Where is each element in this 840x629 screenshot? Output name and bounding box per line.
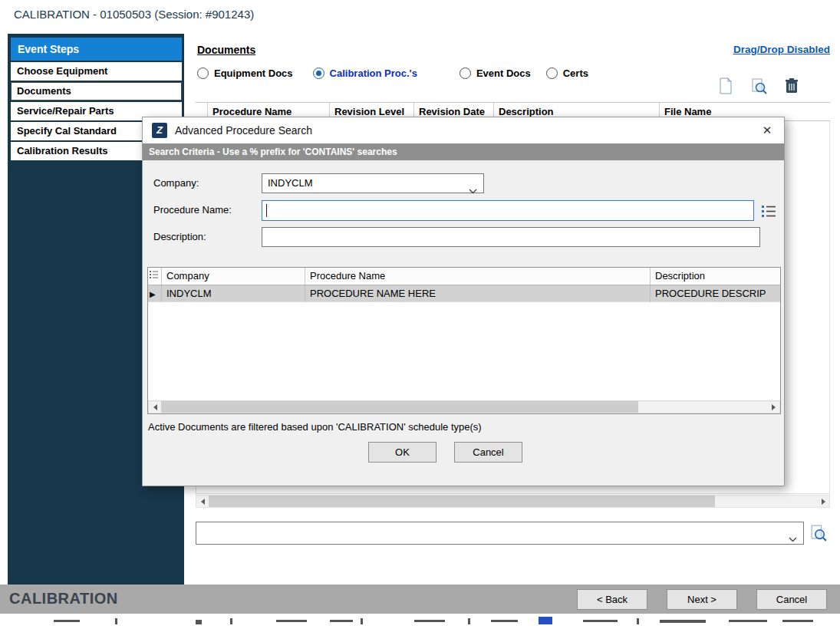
grid-corner-list-icon bbox=[148, 268, 162, 285]
radio-label: Calibration Proc.'s bbox=[330, 68, 417, 79]
radio-event-docs[interactable]: Event Docs bbox=[460, 68, 531, 79]
background-window-fragments bbox=[0, 614, 840, 629]
grid-header-row: Company Procedure Name Description bbox=[148, 268, 780, 285]
radio-icon bbox=[546, 68, 558, 79]
chevron-down-icon[interactable] bbox=[789, 532, 797, 545]
company-label: Company: bbox=[153, 177, 199, 189]
grid-col-description[interactable]: Description bbox=[651, 268, 780, 285]
documents-toolbar bbox=[716, 76, 802, 96]
sidebar-item-choose-equipment[interactable]: Choose Equipment bbox=[11, 62, 182, 81]
description-input[interactable] bbox=[262, 227, 760, 247]
chevron-down-icon bbox=[469, 182, 477, 200]
delete-icon[interactable] bbox=[782, 76, 802, 96]
document-search-combobox[interactable] bbox=[196, 522, 804, 545]
window-title: CALIBRATION - 01050503 (Session: #901243… bbox=[14, 8, 254, 21]
cell-procedure-name: PROCEDURE NAME HERE bbox=[305, 285, 651, 302]
radio-equipment-docs[interactable]: Equipment Docs bbox=[197, 68, 293, 79]
row-selector-arrow-icon: ▶ bbox=[150, 290, 156, 298]
dialog-title: Advanced Procedure Search bbox=[175, 117, 312, 143]
grid-horizontal-scrollbar[interactable] bbox=[148, 400, 780, 413]
footer-title: CALIBRATION bbox=[9, 590, 118, 608]
company-value: INDYCLM bbox=[268, 177, 313, 189]
radio-label: Equipment Docs bbox=[214, 68, 293, 79]
scroll-left-arrow[interactable] bbox=[149, 401, 161, 413]
window-titlebar: CALIBRATION - 01050503 (Session: #901243… bbox=[0, 0, 840, 31]
radio-icon-checked bbox=[313, 68, 324, 79]
procedure-results-grid: Company Procedure Name Description ▶ IND… bbox=[147, 267, 781, 414]
scrollbar-thumb[interactable] bbox=[161, 401, 638, 413]
radio-certs[interactable]: Certs bbox=[546, 68, 588, 79]
grid-empty-area bbox=[148, 302, 780, 400]
cancel-button[interactable]: Cancel bbox=[756, 589, 827, 610]
close-icon[interactable]: ✕ bbox=[750, 117, 784, 143]
list-lookup-icon[interactable] bbox=[759, 201, 779, 221]
sidebar-item-documents[interactable]: Documents bbox=[11, 82, 182, 100]
grid-row-selected[interactable]: ▶ INDYCLM PROCEDURE NAME HERE PROCEDURE … bbox=[148, 285, 780, 302]
scroll-left-arrow[interactable] bbox=[196, 496, 209, 507]
scroll-right-arrow[interactable] bbox=[817, 496, 829, 507]
app-window: CALIBRATION - 01050503 (Session: #901243… bbox=[0, 0, 840, 629]
dialog-cancel-button[interactable]: Cancel bbox=[454, 442, 522, 463]
document-search-button[interactable] bbox=[808, 522, 829, 544]
next-button[interactable]: Next > bbox=[667, 589, 737, 610]
description-label: Description: bbox=[153, 231, 206, 242]
radio-label: Certs bbox=[563, 68, 588, 79]
cell-description: PROCEDURE DESCRIP bbox=[651, 285, 780, 302]
dialog-titlebar[interactable]: Z Advanced Procedure Search ✕ bbox=[143, 117, 784, 143]
grid-col-company[interactable]: Company bbox=[162, 268, 305, 285]
app-logo-icon: Z bbox=[152, 123, 167, 138]
dragdrop-disabled-link[interactable]: Drag/Drop Disabled bbox=[733, 44, 830, 55]
sidebar-header-event-steps: Event Steps bbox=[11, 38, 182, 61]
radio-label: Event Docs bbox=[476, 68, 531, 79]
search-preview-icon[interactable] bbox=[749, 76, 769, 96]
documents-panel-title: Documents bbox=[197, 44, 255, 56]
document-search-input[interactable] bbox=[199, 523, 779, 543]
radio-icon bbox=[197, 68, 209, 79]
grid-col-procedure-name[interactable]: Procedure Name bbox=[305, 268, 651, 285]
text-caret bbox=[266, 204, 267, 217]
document-type-radio-group: Equipment Docs Calibration Proc.'s Event… bbox=[197, 66, 588, 80]
ok-button[interactable]: OK bbox=[368, 442, 436, 463]
back-button[interactable]: < Back bbox=[577, 589, 647, 610]
advanced-procedure-search-dialog: Z Advanced Procedure Search ✕ Search Cri… bbox=[142, 117, 785, 486]
scrollbar-thumb[interactable] bbox=[209, 496, 715, 507]
procedure-name-label: Procedure Name: bbox=[153, 204, 232, 216]
search-criteria-banner: Search Criteria - Use a % prefix for 'CO… bbox=[143, 143, 784, 160]
radio-icon bbox=[460, 68, 471, 79]
radio-calibration-procs[interactable]: Calibration Proc.'s bbox=[313, 68, 417, 79]
new-document-icon[interactable] bbox=[716, 76, 736, 96]
procedure-name-input[interactable] bbox=[262, 200, 754, 221]
filter-note: Active Documents are filtered based upon… bbox=[148, 421, 482, 433]
cell-company: INDYCLM bbox=[162, 285, 305, 302]
documents-horizontal-scrollbar[interactable] bbox=[196, 495, 830, 508]
scroll-right-arrow[interactable] bbox=[767, 401, 779, 413]
company-dropdown[interactable]: INDYCLM bbox=[262, 173, 484, 193]
